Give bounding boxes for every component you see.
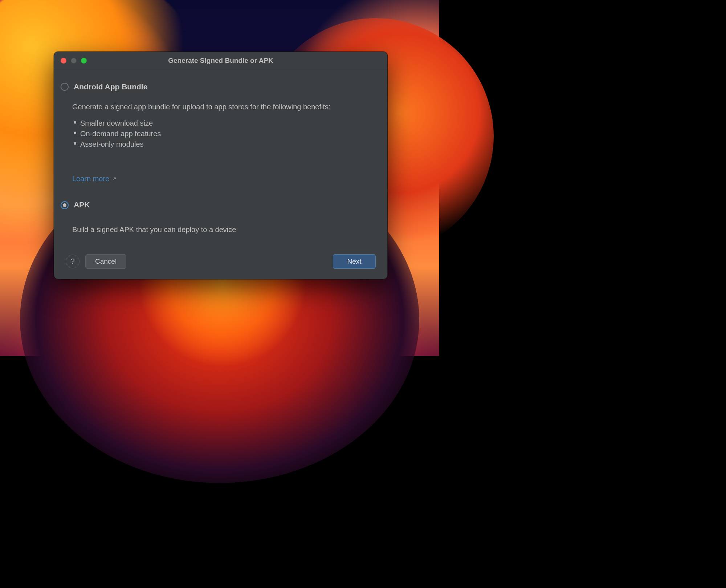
bundle-benefits-list: Smaller download size On-demand app feat…: [72, 118, 376, 149]
bundle-description-block: Generate a signed app bundle for upload …: [72, 102, 376, 149]
titlebar: Generate Signed Bundle or APK: [54, 52, 387, 69]
radio-icon: [61, 83, 69, 91]
apk-description: Build a signed APK that you can deploy t…: [72, 225, 376, 235]
radio-apk[interactable]: APK: [61, 200, 376, 210]
next-button[interactable]: Next: [333, 254, 376, 269]
apk-description-block: Build a signed APK that you can deploy t…: [72, 225, 376, 235]
radio-label-apk: APK: [74, 200, 90, 210]
dialog-title: Generate Signed Bundle or APK: [54, 57, 387, 65]
dialog-footer: ? Cancel Next: [54, 248, 387, 279]
generate-signed-dialog: Generate Signed Bundle or APK Android Ap…: [54, 52, 388, 279]
external-link-icon: ↗: [112, 175, 117, 182]
dialog-content: Android App Bundle Generate a signed app…: [54, 69, 387, 248]
learn-more-link[interactable]: Learn more ↗: [72, 174, 117, 184]
learn-more-label: Learn more: [72, 174, 109, 184]
bundle-description: Generate a signed app bundle for upload …: [72, 102, 376, 112]
bundle-benefit-item: Smaller download size: [72, 118, 376, 128]
bundle-benefit-item: On-demand app features: [72, 129, 376, 139]
bundle-benefit-item: Asset-only modules: [72, 139, 376, 149]
desktop-wallpaper: Generate Signed Bundle or APK Android Ap…: [0, 0, 439, 356]
radio-android-app-bundle[interactable]: Android App Bundle: [61, 82, 376, 92]
cancel-button[interactable]: Cancel: [85, 254, 126, 269]
radio-label-bundle: Android App Bundle: [74, 82, 147, 92]
radio-icon: [61, 201, 69, 209]
apk-section: APK Build a signed APK that you can depl…: [61, 200, 376, 234]
help-button[interactable]: ?: [66, 255, 79, 268]
